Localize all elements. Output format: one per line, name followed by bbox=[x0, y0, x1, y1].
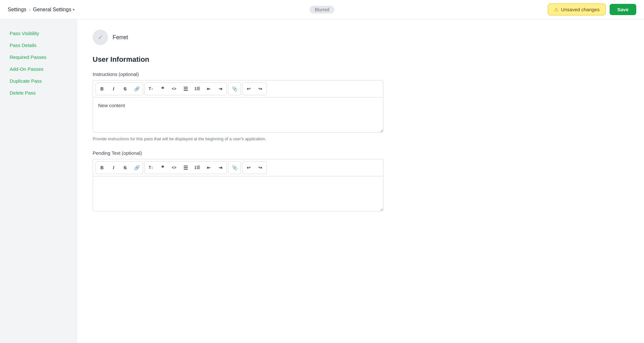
breadcrumb-separator: › bbox=[29, 7, 31, 12]
attach-button[interactable]: 📎 bbox=[229, 83, 240, 94]
indent-button[interactable]: ⇥ bbox=[215, 83, 226, 94]
pending-textarea[interactable] bbox=[93, 176, 383, 211]
italic-button[interactable]: I bbox=[108, 83, 119, 94]
pending-redo-button[interactable]: ↪ bbox=[255, 162, 266, 173]
sidebar-item-pass-visibility[interactable]: Pass Visibility bbox=[6, 28, 70, 38]
warning-icon: ⚠ bbox=[554, 6, 558, 13]
pass-header: ✓ Ferret bbox=[93, 30, 383, 45]
pending-bullet-list-button[interactable]: ☰ bbox=[180, 162, 191, 173]
header-actions: ⚠ Unsaved changes Save bbox=[548, 4, 636, 15]
pending-italic-button[interactable]: I bbox=[108, 162, 119, 173]
chevron-down-icon: ▾ bbox=[73, 7, 75, 12]
pass-name: Ferret bbox=[113, 34, 128, 41]
pending-text-field: Pending Text (optional) B I S 🔗 T↕ ❝ <> … bbox=[93, 150, 383, 213]
pending-format-group-2: T↕ ❝ <> ☰ 1☰ ⇤ ⇥ bbox=[144, 161, 227, 174]
redo-button[interactable]: ↪ bbox=[255, 83, 266, 94]
pending-undo-button[interactable]: ↩ bbox=[243, 162, 254, 173]
pending-toolbar: B I S 🔗 T↕ ❝ <> ☰ 1☰ ⇤ ⇥ bbox=[93, 159, 383, 176]
bold-button[interactable]: B bbox=[97, 83, 107, 94]
pending-history-group: ↩ ↪ bbox=[242, 161, 267, 174]
pending-ordered-list-button[interactable]: 1☰ bbox=[192, 162, 203, 173]
instructions-toolbar: B I S 🔗 T↕ ❝ <> ☰ 1☰ ⇤ ⇥ bbox=[93, 80, 383, 97]
sidebar-item-add-on-passes[interactable]: Add-On Passes bbox=[6, 64, 70, 74]
main-layout: Pass Visibility Pass Details Required Pa… bbox=[0, 19, 644, 343]
unsaved-changes-button[interactable]: ⚠ Unsaved changes bbox=[548, 4, 606, 15]
unsaved-changes-label: Unsaved changes bbox=[561, 7, 600, 12]
pending-outdent-button[interactable]: ⇤ bbox=[203, 162, 214, 173]
sidebar-item-required-passes[interactable]: Required Passes bbox=[6, 52, 70, 62]
pending-indent-button[interactable]: ⇥ bbox=[215, 162, 226, 173]
format-group-2: T↕ ❝ <> ☰ 1☰ ⇤ ⇥ bbox=[144, 82, 227, 95]
main-content: ✓ Ferret User Information Instructions (… bbox=[77, 19, 644, 343]
breadcrumb-general-settings[interactable]: General Settings ▾ bbox=[33, 7, 74, 13]
content-inner: ✓ Ferret User Information Instructions (… bbox=[77, 19, 399, 223]
sidebar-item-pass-details[interactable]: Pass Details bbox=[6, 40, 70, 50]
text-size-button[interactable]: T↕ bbox=[145, 83, 156, 94]
app-header: Settings › General Settings ▾ Blurred ⚠ … bbox=[0, 0, 644, 19]
section-title: User Information bbox=[93, 55, 383, 64]
save-button[interactable]: Save bbox=[610, 4, 636, 15]
center-label: Blurred bbox=[309, 6, 334, 14]
pending-quote-button[interactable]: ❝ bbox=[157, 162, 168, 173]
pending-code-button[interactable]: <> bbox=[169, 162, 179, 173]
pending-bold-button[interactable]: B bbox=[97, 162, 107, 173]
pending-format-group-1: B I S 🔗 bbox=[96, 161, 143, 174]
breadcrumb-settings[interactable]: Settings bbox=[8, 7, 26, 13]
pending-attach-button[interactable]: 📎 bbox=[229, 162, 240, 173]
outdent-button[interactable]: ⇤ bbox=[203, 83, 214, 94]
undo-button[interactable]: ↩ bbox=[243, 83, 254, 94]
bullet-list-button[interactable]: ☰ bbox=[180, 83, 191, 94]
attach-group: 📎 bbox=[228, 82, 241, 95]
instructions-field: Instructions (optional) B I S 🔗 T↕ ❝ <> … bbox=[93, 71, 383, 141]
instructions-textarea[interactable]: New content bbox=[93, 97, 383, 133]
quote-button[interactable]: ❝ bbox=[157, 83, 168, 94]
instructions-label: Instructions (optional) bbox=[93, 71, 383, 77]
pass-icon: ✓ bbox=[93, 30, 108, 45]
strikethrough-button[interactable]: S bbox=[120, 83, 131, 94]
sidebar-item-delete-pass[interactable]: Delete Pass bbox=[6, 88, 70, 98]
pending-label: Pending Text (optional) bbox=[93, 150, 383, 156]
pending-strikethrough-button[interactable]: S bbox=[120, 162, 131, 173]
sidebar-item-duplicate-pass[interactable]: Duplicate Pass bbox=[6, 76, 70, 86]
pending-attach-group: 📎 bbox=[228, 161, 241, 174]
ordered-list-button[interactable]: 1☰ bbox=[192, 83, 203, 94]
sidebar: Pass Visibility Pass Details Required Pa… bbox=[0, 19, 77, 343]
pending-text-size-button[interactable]: T↕ bbox=[145, 162, 156, 173]
link-button[interactable]: 🔗 bbox=[131, 83, 142, 94]
breadcrumb: Settings › General Settings ▾ bbox=[8, 7, 75, 13]
header-center: Blurred bbox=[309, 7, 334, 13]
format-group-1: B I S 🔗 bbox=[96, 82, 143, 95]
history-group: ↩ ↪ bbox=[242, 82, 267, 95]
code-button[interactable]: <> bbox=[169, 83, 179, 94]
check-icon: ✓ bbox=[98, 33, 103, 41]
instructions-hint: Provide instructions for this pass that … bbox=[93, 136, 383, 141]
pending-link-button[interactable]: 🔗 bbox=[131, 162, 142, 173]
